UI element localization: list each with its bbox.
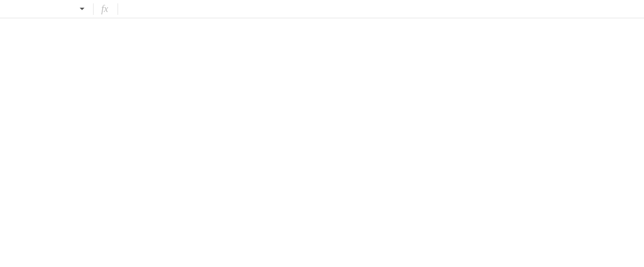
formula-bar: fx bbox=[0, 0, 644, 18]
name-box-container[interactable] bbox=[4, 8, 90, 10]
divider bbox=[118, 3, 118, 15]
divider bbox=[93, 3, 94, 15]
fx-icon: fx bbox=[96, 3, 115, 14]
chevron-down-icon[interactable] bbox=[80, 8, 84, 10]
